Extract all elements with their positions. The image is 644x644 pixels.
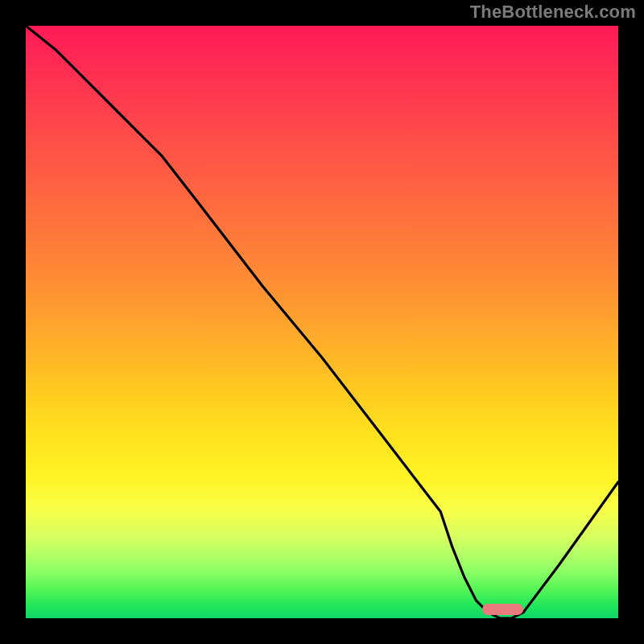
chart-frame: TheBottleneck.com [0,0,644,644]
curve-path [26,26,618,618]
watermark-text: TheBottleneck.com [470,2,636,23]
plot-area [26,26,618,618]
bottleneck-curve [26,26,618,618]
optimal-range-marker [482,604,524,615]
